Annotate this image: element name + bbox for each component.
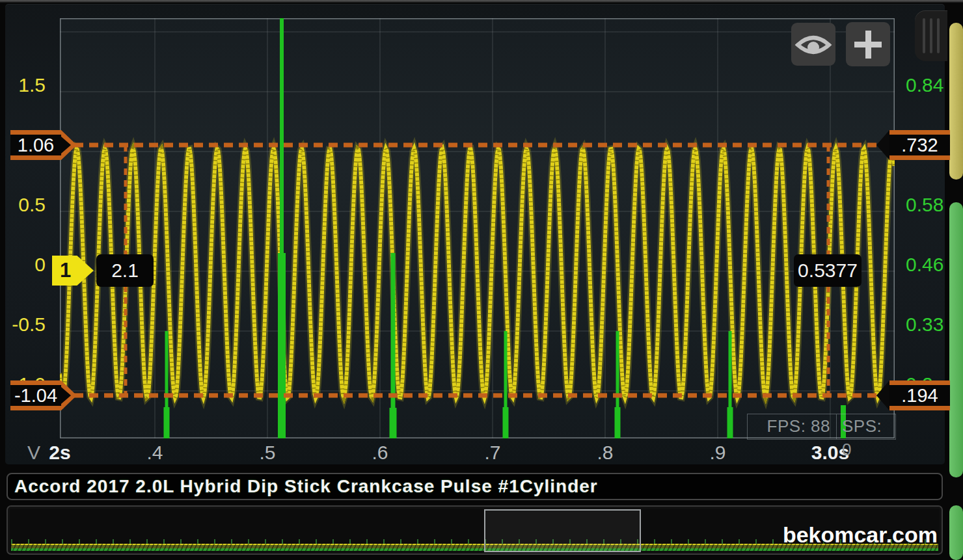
bezel-highlight — [0, 0, 963, 3]
viewport-selection[interactable] — [484, 509, 641, 552]
cursor-marker-min-right[interactable]: .194 — [876, 380, 950, 410]
cursor2-value-tag: 0.5377 — [794, 254, 861, 287]
y-axis-label-left: 1.5 — [5, 74, 46, 96]
eye-icon — [791, 23, 835, 66]
channel-2-pulse — [615, 407, 621, 438]
time-axis-label: .5 — [259, 442, 275, 464]
waveform-overview-scrollbar[interactable]: bekomcar.com — [7, 505, 943, 555]
time-axis-label: .6 — [372, 442, 388, 464]
frame-rate-panel: FPS: 88 SPS: 0 — [747, 414, 896, 440]
add-channel-button[interactable] — [846, 22, 890, 66]
oscilloscope-app: 1.50.50-0.5-1.0 0.840.580.460.330.2 V2s.… — [0, 0, 963, 560]
plus-icon — [865, 31, 871, 59]
waveform-plot[interactable] — [60, 18, 895, 438]
time-axis-label: 2s — [49, 442, 70, 464]
drawer-handle-grip — [937, 18, 940, 53]
y-axis-label-left: 0.5 — [5, 194, 46, 216]
scope-screen: 1.50.50-0.5-1.0 0.840.580.460.330.2 V2s.… — [5, 4, 945, 464]
channel-2-pulse — [164, 407, 170, 438]
marker-arrow-left-icon — [876, 380, 889, 410]
watermark: bekomcar.com — [783, 522, 938, 548]
channel-1-scale-handle[interactable] — [949, 23, 963, 180]
marker-arrow-right-icon — [61, 130, 77, 160]
y-axis-label-right: 0.84 — [906, 74, 943, 96]
y-axis-label-left: -0.5 — [5, 313, 46, 336]
channel-2-pulse — [390, 408, 397, 438]
time-axis-label: .4 — [146, 442, 163, 464]
channel-2-scale-handle[interactable] — [949, 202, 963, 477]
channel-2-pulse — [727, 407, 733, 438]
visibility-button[interactable] — [791, 23, 835, 66]
time-axis-label: .9 — [709, 442, 726, 464]
cursor-marker-max-left[interactable]: 1.06 — [10, 130, 83, 160]
y-axis-label-right: 0.33 — [906, 313, 943, 336]
y-axis-label-right: 0.58 — [906, 194, 943, 216]
recording-title: Accord 2017 2.0L Hybrid Dip Stick Crankc… — [8, 476, 598, 497]
y-axis-label-left: 0 — [5, 254, 46, 276]
y-axis-label-right: 0.46 — [906, 254, 943, 276]
marker-arrow-left-icon — [876, 130, 889, 160]
fps-readout: FPS: 88 — [748, 414, 837, 439]
scroll-handle[interactable] — [949, 505, 963, 560]
drawer-handle-grip — [923, 18, 925, 53]
drawer-handle-grip — [930, 18, 932, 53]
cursor-marker-max-right[interactable]: .732 — [876, 130, 950, 160]
recording-title-bar: Accord 2017 2.0L Hybrid Dip Stick Crankc… — [7, 473, 943, 500]
channel-2-pulse — [278, 253, 286, 438]
side-drawer-handle[interactable] — [915, 10, 947, 61]
sps-readout: SPS: 0 — [837, 414, 895, 439]
cursor1-value-tag: 2.1 — [96, 254, 154, 287]
channel-2-pulse — [503, 407, 509, 438]
marker-arrow-right-icon — [61, 380, 77, 410]
cursor-marker-min-left[interactable]: -1.04 — [10, 380, 83, 410]
time-axis-label: V — [27, 442, 40, 464]
time-axis-label: .8 — [597, 442, 613, 464]
time-axis-label: .7 — [484, 442, 500, 464]
